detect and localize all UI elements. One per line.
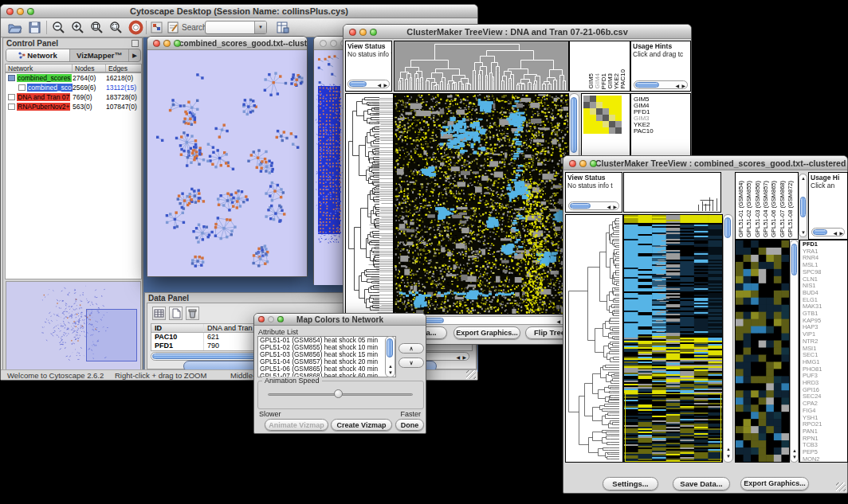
birds-eye-canvas[interactable]	[6, 282, 140, 369]
zoom-out-icon[interactable]	[51, 20, 66, 35]
create-vizmap-button[interactable]: Create Vizmap	[331, 419, 392, 431]
matrix-cell[interactable]	[596, 96, 603, 102]
matrix-cell[interactable]	[590, 115, 596, 121]
scroll-up-icon[interactable]: ▲	[792, 447, 797, 454]
attribute-list[interactable]: GPL51-01 (GSM854) heat shock 05 minGPL51…	[257, 336, 396, 377]
attribute-list-vscrollbar[interactable]: ▲ ▼	[385, 336, 395, 377]
animate-vizmap-button[interactable]: Animate Vizmap	[265, 419, 328, 431]
matrix-cell[interactable]	[583, 102, 590, 108]
new-attribute-icon[interactable]	[169, 307, 183, 320]
tv2-usage-hscrollbar[interactable]: ◀ ▶	[811, 228, 845, 236]
matrix-cell[interactable]	[596, 115, 603, 121]
matrix-cell[interactable]	[615, 127, 622, 134]
dialog-titlebar[interactable]: Map Colors to Network	[254, 314, 426, 326]
network-canvas[interactable]	[147, 50, 307, 276]
save-icon[interactable]	[27, 20, 42, 35]
scroll-up-icon[interactable]: ▲	[726, 446, 731, 452]
close-icon[interactable]	[153, 40, 160, 47]
zoom-selected-icon[interactable]	[108, 20, 124, 35]
tv1-heatmap[interactable]	[394, 93, 569, 315]
scroll-left-icon[interactable]: ◀	[675, 83, 679, 89]
matrix-cell[interactable]	[590, 108, 596, 115]
scrollbar-thumb[interactable]	[570, 203, 591, 209]
scroll-down-icon[interactable]: ▼	[388, 369, 393, 376]
scroll-left-icon[interactable]: ◀	[833, 230, 837, 236]
tv2-settings-button[interactable]: Settings...	[603, 477, 658, 490]
zoom-window-icon[interactable]	[590, 160, 597, 167]
tv1-export-graphics-button[interactable]: Export Graphics...	[453, 326, 520, 339]
tv2-labels-vscrollbar[interactable]: ▲ ▼	[799, 174, 807, 237]
close-icon[interactable]	[349, 29, 356, 36]
tv1-row-dendrogram-canvas[interactable]	[346, 94, 393, 314]
scroll-up-icon[interactable]: ▲	[801, 175, 806, 182]
treeview2-titlebar[interactable]: ClusterMaker TreeView : combined_scores_…	[563, 156, 847, 170]
tab-overflow-button[interactable]: ▶	[129, 49, 140, 61]
matrix-cell[interactable]	[596, 108, 603, 115]
matrix-cell[interactable]	[609, 108, 615, 115]
tab-vizmapper[interactable]: VizMapper™	[70, 49, 129, 61]
tv1-column-dendrogram[interactable]	[394, 41, 569, 92]
chevron-down-icon[interactable]: ▼	[254, 21, 266, 33]
main-titlebar[interactable]: Cytoscape Desktop (Session Name: collins…	[1, 5, 477, 18]
matrix-cell[interactable]	[615, 121, 622, 127]
close-icon[interactable]	[569, 160, 576, 167]
scroll-down-icon[interactable]: ▼	[801, 229, 806, 236]
matrix-cell[interactable]	[583, 108, 590, 115]
resize-grip[interactable]	[836, 483, 846, 491]
matrix-cell[interactable]	[615, 108, 622, 115]
tab-network[interactable]: Network	[6, 49, 70, 61]
birds-eye-view[interactable]	[6, 281, 141, 370]
select-attributes-icon[interactable]	[152, 307, 166, 320]
matrix-cell[interactable]	[609, 96, 615, 102]
scrollbar-thumb[interactable]	[349, 81, 367, 87]
matrix-cell[interactable]	[609, 102, 615, 108]
minimize-icon[interactable]	[579, 160, 587, 167]
scroll-left-icon[interactable]: ◀	[556, 318, 560, 325]
close-icon[interactable]	[6, 8, 14, 15]
network-table-row[interactable]: combined_scores2764(0)16218(0)	[6, 73, 141, 83]
scrollbar-thumb[interactable]	[724, 217, 731, 238]
zoom-window-icon[interactable]	[370, 29, 377, 36]
tv1-column-dendrogram-canvas[interactable]	[395, 41, 568, 91]
scroll-right-icon[interactable]: ▶	[462, 354, 466, 361]
matrix-cell[interactable]	[590, 127, 596, 134]
matrix-cell[interactable]	[596, 121, 603, 127]
move-down-button[interactable]: ∨	[398, 357, 424, 368]
matrix-cell[interactable]	[583, 96, 590, 102]
tv2-zoom-vscrollbar[interactable]: ▲ ▼	[790, 240, 799, 463]
search-input[interactable]: ▼	[205, 21, 267, 34]
tv2-export-graphics-button[interactable]: Export Graphics...	[740, 477, 809, 490]
network2-canvas[interactable]	[314, 50, 344, 285]
delete-attribute-icon[interactable]	[186, 307, 199, 320]
tv2-heatmap-canvas[interactable]	[624, 215, 722, 462]
tv2-column-dendrogram[interactable]	[623, 172, 721, 213]
scrollbar-thumb[interactable]	[387, 338, 393, 357]
scroll-right-icon[interactable]: ▶	[681, 83, 685, 89]
move-up-button[interactable]: ∧	[398, 343, 424, 354]
tv2-column-dendrogram-canvas[interactable]	[624, 173, 720, 212]
tv2-zoom-heatmap[interactable]	[735, 240, 790, 463]
matrix-cell[interactable]	[615, 115, 622, 121]
matrix-cell[interactable]	[590, 121, 596, 127]
speed-slider-thumb[interactable]	[334, 389, 343, 398]
matrix-cell[interactable]	[596, 127, 603, 134]
float-panel-icon[interactable]	[132, 40, 139, 47]
tv2-save-data-button[interactable]: Save Data...	[673, 477, 730, 490]
scroll-down-icon[interactable]: ▼	[792, 454, 797, 460]
matrix-cell[interactable]	[583, 127, 590, 134]
matrix-cell[interactable]	[609, 127, 615, 134]
tv1-usage-hscrollbar[interactable]: ◀ ▶	[634, 80, 688, 89]
network-table-row[interactable]: DNA and Tran 07769(0)183728(0)	[6, 92, 141, 102]
tv2-heatmap-vscrollbar[interactable]: ▲ ▼	[723, 214, 733, 463]
tv2-heatmap[interactable]	[623, 214, 723, 463]
open-file-icon[interactable]	[7, 20, 22, 35]
close-icon[interactable]	[258, 316, 265, 322]
zoom-window-icon[interactable]	[27, 8, 34, 15]
zoom-fit-icon[interactable]	[89, 20, 104, 35]
tv2-row-dendrogram-canvas[interactable]	[566, 215, 622, 462]
minimize-icon[interactable]	[17, 8, 24, 15]
tv1-heatmap-canvas[interactable]	[395, 94, 568, 314]
matrix-cell[interactable]	[590, 96, 596, 102]
zoom-window-icon[interactable]	[174, 40, 181, 47]
minimize-icon[interactable]	[268, 316, 274, 322]
